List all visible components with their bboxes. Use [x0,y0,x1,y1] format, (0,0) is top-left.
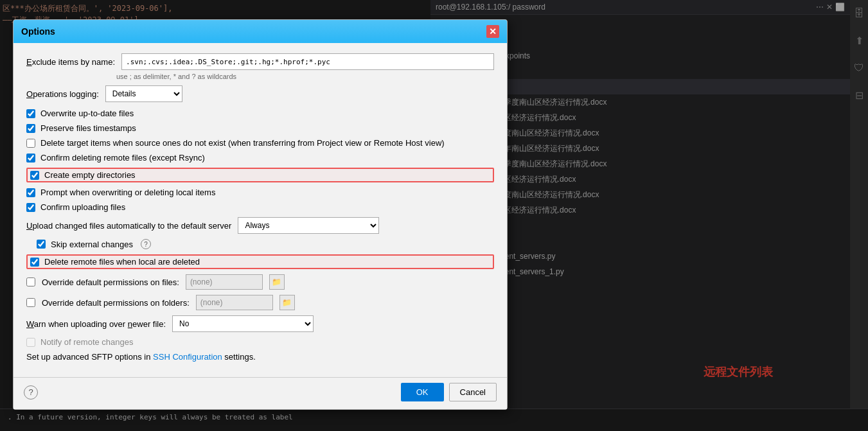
confirm-upload-checkbox[interactable] [26,203,35,212]
dialog-footer: ? OK Cancel [13,377,507,409]
help-button[interactable]: ? [24,385,38,400]
skip-external-help-icon[interactable]: ? [141,239,151,249]
upload-auto-select[interactable]: Always Never Ask [238,217,379,234]
delete-remote-label: Delete remote files when local are delet… [44,257,200,267]
confirm-upload-label: Confirm uploading files [40,202,125,212]
upload-auto-label-rest: pload changed files automatically to the… [32,221,231,231]
checkbox-delete-remote: Delete remote files when local are delet… [26,254,494,269]
footer-buttons: OK Cancel [401,383,497,401]
create-empty-label: Create empty directories [44,170,136,180]
delete-target-label: Delete target items when source ones do … [40,138,445,148]
dialog-title: Options [21,26,55,37]
checkbox-delete-target: Delete target items when source ones do … [26,138,494,148]
prompt-overwrite-checkbox[interactable] [26,188,35,197]
cancel-button[interactable]: Cancel [449,383,497,401]
ok-button[interactable]: OK [401,383,444,401]
upload-auto-section: Upload changed files automatically to th… [26,217,494,234]
delete-target-checkbox[interactable] [26,139,35,148]
warn-label-rest2: ewer file: [132,319,166,329]
overwrite-checkbox[interactable] [26,109,35,118]
upload-auto-label: Upload changed files automatically to th… [26,221,231,231]
permissions-folders-browse-button[interactable]: 📁 [279,295,295,310]
notify-checkbox[interactable] [26,338,35,347]
exclude-row: Exclude items by name: [26,53,494,70]
checkbox-confirm-upload: Confirm uploading files [26,202,494,212]
permissions-files-browse-button[interactable]: 📁 [269,274,285,290]
exclude-input[interactable] [121,53,494,70]
exclude-underline: E [26,57,32,67]
warn-label-rest: arn when uploading over [34,319,128,329]
prompt-overwrite-label: Prompt when overwriting or deleting loca… [40,188,215,197]
setup-row: Set up advanced SFTP options in SSH Conf… [26,352,494,362]
notify-row: Notify of remote changes [26,337,494,347]
preserve-label: Preserve files timestamps [40,123,136,133]
setup-text: Set up advanced SFTP options in [26,352,153,362]
notify-label: Notify of remote changes [40,337,134,347]
checkbox-create-empty: Create empty directories [26,168,494,182]
warn-label: Warn when uploading over newer file: [26,319,166,329]
permissions-folders-row: Override default permissions on folders:… [26,295,494,310]
logging-label-rest: perations logging: [33,89,99,99]
options-dialog: Options ✕ Exclude items by name: use ; a… [13,19,508,410]
permissions-folders-input[interactable] [196,295,273,310]
warn-newer-underline: n [128,319,132,329]
permissions-folders-checkbox[interactable] [26,298,35,307]
dialog-close-button[interactable]: ✕ [486,25,499,38]
confirm-delete-label: Confirm deleting remote files (except Rs… [40,153,205,163]
skip-external-label: Skip external changes [51,240,133,249]
warn-underline: W [26,319,34,329]
logging-underline: O [26,89,33,99]
confirm-delete-checkbox[interactable] [26,154,35,163]
preserve-checkbox[interactable] [26,124,35,133]
warn-select[interactable]: No Yes [172,315,314,332]
skip-external-checkbox[interactable] [37,240,46,249]
checkbox-overwrite: Overwrite up-to-date files [26,109,494,118]
logging-row: Operations logging: Details Summary None [26,85,494,102]
permissions-files-checkbox[interactable] [26,277,35,286]
ssh-config-link[interactable]: SSH Configuration [153,352,222,362]
permissions-files-input[interactable] [186,274,263,290]
logging-label: Operations logging: [26,89,99,99]
warn-row: Warn when uploading over newer file: No … [26,315,494,332]
upload-underline: U [26,221,32,231]
checkbox-prompt-overwrite: Prompt when overwriting or deleting loca… [26,188,494,197]
delete-remote-checkbox[interactable] [30,258,39,267]
exclude-hint: use ; as delimiter, * and ? as wildcards [116,73,494,80]
checkbox-preserve: Preserve files timestamps [26,123,494,133]
checkbox-confirm-delete: Confirm deleting remote files (except Rs… [26,153,494,163]
dialog-content: Exclude items by name: use ; as delimite… [13,43,507,377]
overwrite-label: Overwrite up-to-date files [40,109,134,118]
logging-select[interactable]: Details Summary None [105,85,182,102]
permissions-files-label: Override default permissions on files: [42,277,179,287]
checkbox-skip-external: Skip external changes ? [26,239,494,249]
exclude-label: Exclude items by name: [26,57,115,67]
setup-suffix: settings. [224,352,255,362]
permissions-files-row: Override default permissions on files: 📁 [26,274,494,290]
dialog-titlebar: Options ✕ [13,20,507,43]
exclude-label-rest: xclude items by name: [32,57,115,67]
create-empty-checkbox[interactable] [30,171,39,180]
permissions-folders-label: Override default permissions on folders: [42,298,190,308]
